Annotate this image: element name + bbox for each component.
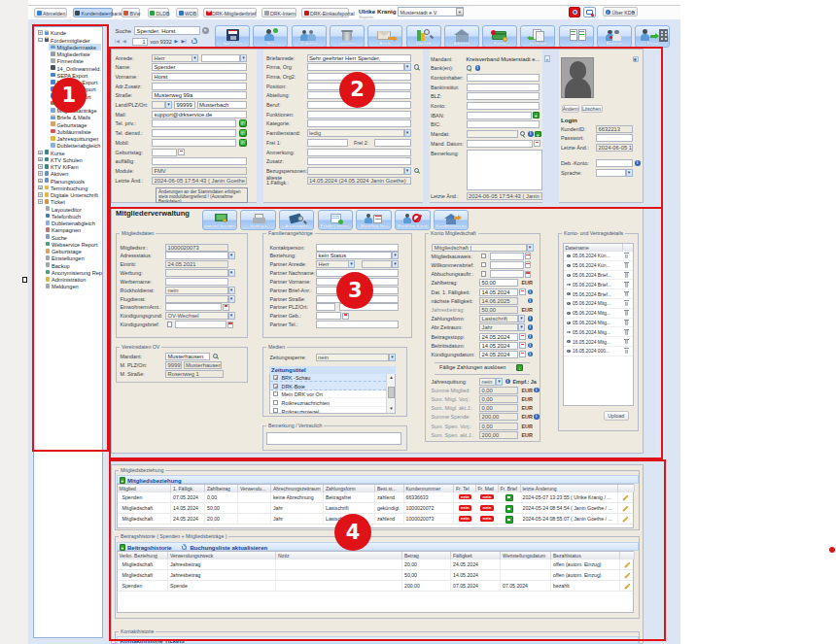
logout-icon xyxy=(37,11,42,16)
pager-total-label: von 9332 xyxy=(151,39,176,46)
person-body2 xyxy=(612,34,621,41)
annotation-circle-1: 1 xyxy=(52,78,87,113)
main-toolbar-button-statistik[interactable]: Statistik xyxy=(406,25,441,48)
building-window xyxy=(661,34,663,36)
topbar-button-label: DLDB xyxy=(157,11,170,17)
cart-icon xyxy=(304,11,309,16)
building-window xyxy=(665,34,667,36)
main-toolbar-button-speichern[interactable]: Speichern xyxy=(215,25,250,48)
topbar-button-bvw[interactable]: BVw xyxy=(122,8,141,17)
annotation-dot xyxy=(829,547,835,553)
topbar-button-drk-intern[interactable]: DRK-Intern xyxy=(261,8,296,17)
main-toolbar-button-label: Speichern xyxy=(216,41,249,46)
main-toolbar-button-vordruck[interactable]: Vordruck xyxy=(520,25,555,48)
pager-first-icon[interactable]: |◀ xyxy=(115,39,121,46)
main-toolbar-button-neu[interactable]: Neu xyxy=(253,25,288,48)
main-toolbar-button-label: Listen xyxy=(560,41,593,46)
bvw-icon xyxy=(123,11,128,16)
line4 xyxy=(579,34,584,35)
main-toolbar-button-label: Vordruck xyxy=(521,41,554,46)
main-toolbar-button-konto[interactable]: Konto xyxy=(482,25,517,48)
person-body xyxy=(641,34,649,42)
user-role: Expertin xyxy=(360,15,399,19)
pager-next-icon[interactable]: ▶ xyxy=(175,39,180,46)
person-head xyxy=(643,29,647,34)
main-toolbar-button-label: Firma xyxy=(636,41,669,46)
building-window xyxy=(661,31,663,33)
main-toolbar-button-label: Adresse xyxy=(445,41,478,46)
main-toolbar-button-dublette[interactable]: Dublette xyxy=(292,25,327,48)
main-toolbar-button-label: Statistik xyxy=(407,41,440,46)
record-icon[interactable] xyxy=(569,7,580,17)
topbar-button-label: DRK-Intern xyxy=(270,11,296,17)
building-window xyxy=(661,38,663,40)
topbar-button-kundendatenbank[interactable]: Kundendatenbank xyxy=(73,8,114,17)
topbar-button-label: WDB xyxy=(185,11,196,17)
dldb-icon xyxy=(150,11,155,16)
database-person-icon xyxy=(75,11,80,16)
search-input[interactable]: Spender, Horst xyxy=(134,26,200,36)
main-toolbar-button-briefe[interactable]: Briefe xyxy=(367,25,402,48)
annotation-rect-4 xyxy=(109,459,666,642)
person-body2 xyxy=(307,34,316,41)
red-dot xyxy=(610,36,612,39)
line3 xyxy=(579,31,584,32)
chevron-down-icon[interactable]: ▼ xyxy=(456,8,464,16)
annotation-rect-3 xyxy=(109,207,663,459)
monitor-icon[interactable] xyxy=(583,7,596,17)
main-toolbar-button-label: Neu xyxy=(254,41,287,46)
floppy-slot xyxy=(230,36,236,40)
plus-glyph xyxy=(273,28,278,33)
clear-icon[interactable]: × xyxy=(202,27,209,34)
main-toolbar-button-label: Dublette xyxy=(293,41,326,46)
main-toolbar-button-l-schen[interactable]: Löschen xyxy=(330,25,365,48)
info-icon: i xyxy=(606,10,610,15)
annotation-rect-2 xyxy=(109,47,663,209)
topbar-button-drk-einkaufsportal[interactable]: DRK-Einkaufsportal xyxy=(301,8,349,17)
search-label: Suche xyxy=(116,28,133,35)
topbar-button-label: Abmelden xyxy=(43,11,65,17)
wdb-icon xyxy=(179,11,184,16)
main-toolbar-button-adresse[interactable]: Adresse xyxy=(444,25,479,48)
pager-last-icon[interactable]: ▶| xyxy=(182,39,188,46)
record-inner xyxy=(573,10,577,15)
topbar-button-label: BVw xyxy=(130,11,141,17)
line2 xyxy=(571,34,575,35)
mail-flap xyxy=(206,11,212,13)
main-toolbar-button-listen[interactable]: Listen xyxy=(559,25,594,48)
main-toolbar-button-label: Löschen xyxy=(331,41,364,46)
topbar-button-label: DRK-Mitgliederbrief xyxy=(212,11,256,17)
building-window xyxy=(665,38,667,40)
topbar-button-drk-mitgliederbrief[interactable]: DRK-Mitgliederbrief xyxy=(203,8,257,17)
bar1 xyxy=(417,30,421,41)
main-toolbar-button-firma[interactable]: Firma xyxy=(635,25,670,48)
pager-refresh-icon[interactable] xyxy=(192,39,197,45)
building-window xyxy=(665,31,667,33)
topbar-button-wdb[interactable]: WDB xyxy=(176,8,198,17)
trash-body xyxy=(342,31,352,41)
trash-lid xyxy=(341,30,353,32)
main-toolbar-button-betreuer[interactable]: Betreuer xyxy=(597,25,632,48)
mandant-select[interactable]: Musterstadt e.V.▼ xyxy=(398,7,464,17)
person-body xyxy=(264,34,274,41)
arrow-green2-tip xyxy=(655,33,659,39)
globe-icon xyxy=(264,11,269,16)
desktop-gray-strip xyxy=(0,0,28,644)
chevron-down-icon: ▼ xyxy=(632,11,635,15)
about-kdb-button[interactable]: iÜber KDB▼ xyxy=(603,7,639,17)
topbar-button-dldb[interactable]: DLDB xyxy=(148,8,169,17)
screenshot-canvas: AbmeldenKundendatenbankBVwDLDBWDBDRK-Mit… xyxy=(0,0,836,644)
topbar-button-label: DRK-Einkaufsportal xyxy=(310,11,355,17)
main-toolbar-button-label: Briefe xyxy=(368,41,401,46)
topbar-button-abmelden[interactable]: Abmelden xyxy=(34,8,67,17)
mag-circle xyxy=(424,29,430,35)
main-toolbar-button-label: Konto xyxy=(483,41,516,46)
envelope-flap xyxy=(377,31,391,36)
pager-page-input[interactable]: 1 xyxy=(132,38,149,47)
mandant-select-value: Musterstadt e.V. xyxy=(401,10,438,16)
arrow-green-tip xyxy=(527,36,530,40)
pager-prev-icon[interactable]: ◀ xyxy=(122,39,127,46)
annotation-square-handle xyxy=(22,277,27,283)
monitor-dot xyxy=(591,14,594,17)
mag-handle xyxy=(429,34,433,38)
